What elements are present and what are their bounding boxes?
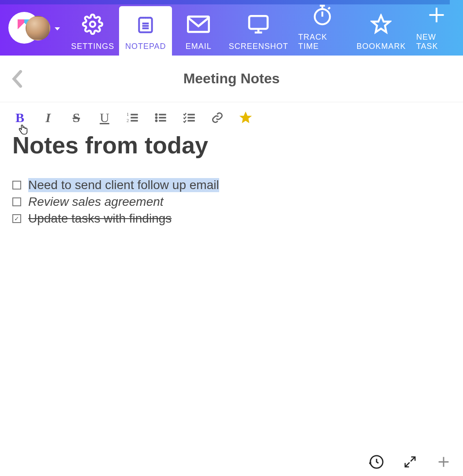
avatar[interactable] [26,16,50,41]
italic-button[interactable]: I [41,110,56,125]
nav-notepad[interactable]: NOTEPAD [119,6,172,56]
checklist-item[interactable]: Review sales agreement [12,195,451,209]
checkbox[interactable] [12,181,21,190]
svg-rect-3 [249,16,268,29]
star-icon [370,11,392,37]
nav-label: NOTEPAD [125,42,166,51]
svg-point-7 [155,114,157,116]
nav-tracktime[interactable]: TRACK TIME [292,0,352,56]
nav-label: SCREENSHOT [229,42,288,51]
svg-point-8 [155,117,157,119]
history-button[interactable] [368,453,385,471]
stopwatch-icon [312,2,332,28]
footer-actions [368,453,452,471]
add-button[interactable] [435,453,452,471]
plus-icon [436,454,451,469]
svg-text:2: 2 [127,119,129,123]
plus-icon [427,2,446,28]
chevron-down-icon[interactable] [55,27,60,30]
favorite-button[interactable] [238,110,253,125]
nav-label: TRACK TIME [298,33,346,51]
nav-label: BOOKMARK [356,42,406,51]
nav-bookmark[interactable]: BOOKMARK [352,0,410,56]
gear-icon [82,11,103,37]
top-nav: SETTINGS NOTEPAD EMAIL SCREENSHOT TRACK [0,0,463,56]
checkbox-checked[interactable]: ✓ [12,214,21,223]
notepad-icon [136,11,155,37]
nav-settings[interactable]: SETTINGS [66,0,119,56]
link-button[interactable] [210,110,225,125]
svg-point-9 [155,120,157,122]
nav-screenshot[interactable]: SCREENSHOT [225,0,292,56]
expand-button[interactable] [401,453,419,471]
nav-email[interactable]: EMAIL [172,0,225,56]
document-title[interactable]: Notes from today [12,131,451,159]
unordered-list-button[interactable] [153,110,168,125]
checklist-item[interactable]: Need to send client follow up email [12,178,451,192]
chevron-left-icon [11,70,24,88]
checklist-text[interactable]: Need to send client follow up email [28,178,219,192]
checklist-text[interactable]: Review sales agreement [28,195,164,209]
mail-icon [187,11,210,37]
expand-icon [403,455,417,469]
format-toolbar: B I S U 12 [0,102,463,129]
note-body[interactable]: Notes from today Need to send client fol… [0,129,463,436]
svg-text:1: 1 [127,112,129,117]
note-title: Meeting Notes [26,71,437,87]
checkbox[interactable] [12,197,21,206]
svg-point-0 [90,22,95,27]
account-switcher[interactable] [0,0,66,56]
history-icon [369,454,384,469]
nav-label: EMAIL [186,42,212,51]
underline-button[interactable]: U [97,110,112,125]
checklist-text[interactable]: Update tasks with findings [28,212,172,226]
nav-label: NEW TASK [416,33,457,51]
strikethrough-button[interactable]: S [69,110,84,125]
monitor-icon [247,11,270,37]
nav-newtask[interactable]: NEW TASK [410,0,463,56]
checklist-button[interactable] [182,110,197,125]
back-button[interactable] [10,71,26,87]
note-header: Meeting Notes [0,56,463,102]
bold-button[interactable]: B [12,110,27,125]
nav-items: SETTINGS NOTEPAD EMAIL SCREENSHOT TRACK [66,0,463,56]
ordered-list-button[interactable]: 12 [125,110,140,125]
checklist-item[interactable]: ✓ Update tasks with findings [12,212,451,226]
nav-label: SETTINGS [71,42,114,51]
